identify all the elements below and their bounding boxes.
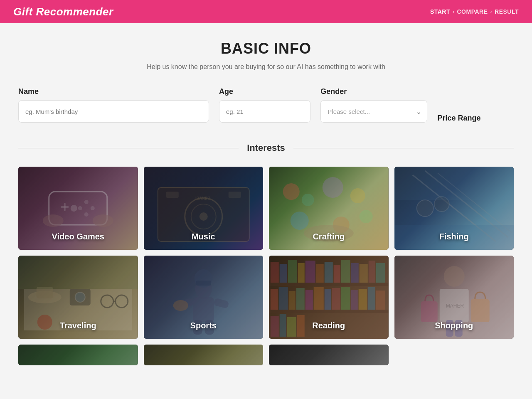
card-bg-extra2: [144, 345, 264, 365]
gender-select[interactable]: Please select... Male Female Other: [320, 100, 427, 123]
gender-label: Gender: [320, 87, 427, 96]
app-logo: Gift Recommender: [13, 5, 113, 18]
svg-point-86: [443, 266, 464, 287]
nav-start[interactable]: START: [430, 8, 450, 15]
svg-point-36: [75, 292, 85, 302]
card-bg-extra1: [18, 345, 138, 365]
svg-rect-57: [288, 260, 297, 283]
svg-text:IBANEZ: IBANEZ: [195, 196, 210, 201]
svg-rect-94: [144, 345, 264, 365]
svg-rect-59: [305, 261, 315, 283]
nav-result[interactable]: RESULT: [495, 8, 519, 15]
svg-point-20: [350, 188, 365, 203]
interest-card-shopping[interactable]: MAHER Shopping: [394, 256, 514, 339]
age-label: Age: [219, 87, 310, 96]
svg-rect-64: [351, 263, 359, 283]
svg-rect-77: [351, 290, 358, 310]
svg-rect-61: [325, 262, 333, 283]
svg-rect-66: [369, 261, 375, 283]
svg-point-18: [302, 194, 314, 206]
interests-title: Interests: [247, 143, 285, 153]
svg-rect-72: [305, 290, 313, 310]
name-input[interactable]: [18, 100, 209, 123]
svg-point-9: [93, 214, 113, 227]
svg-rect-68: [271, 289, 278, 310]
gender-group: Gender Please select... Male Female Othe…: [320, 87, 427, 123]
interest-card-traveling[interactable]: Traveling: [18, 256, 138, 339]
svg-rect-56: [280, 264, 287, 283]
card-label-reading: Reading: [269, 321, 389, 330]
svg-rect-67: [376, 263, 385, 283]
svg-rect-93: [18, 345, 138, 365]
svg-rect-7: [64, 203, 66, 211]
interest-card-partial-spacer: [394, 345, 514, 365]
svg-rect-73: [314, 287, 324, 310]
card-label-traveling: Traveling: [18, 321, 138, 330]
svg-rect-70: [289, 291, 296, 310]
price-range-label: Price Range: [437, 114, 514, 123]
nav-compare[interactable]: COMPARE: [457, 8, 488, 15]
interest-card-sports[interactable]: Sports: [144, 256, 264, 339]
svg-rect-41: [18, 256, 138, 289]
svg-rect-69: [279, 287, 288, 310]
svg-rect-79: [368, 287, 375, 310]
card-label-crafting: Crafting: [269, 232, 389, 241]
main-content: BASIC INFO Help us know the person you a…: [8, 23, 524, 390]
svg-point-3: [91, 206, 95, 210]
svg-rect-63: [341, 260, 350, 283]
interest-card-crafting[interactable]: Crafting: [269, 167, 389, 250]
interest-card-music[interactable]: IBANEZ Music: [144, 167, 264, 250]
interest-card-fishing[interactable]: Fishing: [394, 167, 514, 250]
interest-card-partial-1[interactable]: [18, 345, 138, 365]
svg-rect-58: [298, 263, 305, 283]
svg-rect-95: [269, 345, 389, 365]
card-label-music: Music: [144, 232, 264, 241]
svg-point-28: [416, 200, 433, 217]
svg-rect-80: [376, 291, 385, 310]
interest-card-partial-2[interactable]: [144, 345, 264, 365]
svg-rect-60: [316, 264, 324, 283]
app-header: Gift Recommender START › COMPARE › RESUL…: [0, 0, 532, 23]
svg-rect-74: [325, 289, 331, 310]
svg-rect-15: [228, 192, 241, 198]
name-label: Name: [18, 87, 209, 96]
svg-rect-76: [341, 287, 350, 310]
svg-rect-53: [269, 283, 389, 286]
divider-right: [293, 148, 514, 148]
svg-point-21: [291, 212, 309, 230]
gender-select-wrapper: Please select... Male Female Other ⌄: [320, 100, 427, 123]
svg-rect-71: [296, 288, 305, 310]
interest-card-videogames[interactable]: Video Games: [18, 167, 138, 250]
interests-grid-partial: [18, 345, 514, 365]
svg-rect-55: [271, 262, 279, 283]
interest-card-reading[interactable]: Reading: [269, 256, 389, 339]
interests-divider: Interests: [18, 143, 514, 153]
nav-chevron-1: ›: [453, 9, 455, 15]
svg-rect-75: [332, 288, 340, 310]
card-label-sports: Sports: [144, 321, 264, 330]
name-group: Name: [18, 87, 209, 123]
svg-point-19: [323, 177, 343, 198]
svg-point-4: [84, 212, 89, 217]
svg-point-13: [199, 212, 207, 221]
svg-rect-30: [394, 167, 514, 200]
basic-info-form: Name Age Gender Please select... Male Fe…: [18, 87, 514, 123]
age-input[interactable]: [219, 100, 310, 123]
svg-point-17: [283, 183, 300, 200]
svg-rect-54: [269, 310, 389, 313]
svg-point-5: [78, 206, 82, 210]
card-label-shopping: Shopping: [394, 321, 514, 330]
price-range-group: Price Range: [437, 114, 514, 123]
interests-grid: Video Games IBANEZ Music: [18, 167, 514, 339]
nav-chevron-2: ›: [490, 9, 493, 15]
svg-rect-14: [166, 192, 178, 198]
svg-point-8: [43, 214, 64, 227]
svg-rect-65: [360, 264, 368, 283]
svg-point-23: [360, 210, 373, 223]
svg-rect-62: [334, 265, 340, 283]
svg-rect-90: [470, 299, 489, 322]
svg-text:MAHER: MAHER: [446, 303, 464, 309]
interest-card-partial-3[interactable]: [269, 345, 389, 365]
svg-point-1: [71, 205, 77, 212]
age-group: Age: [219, 87, 310, 123]
